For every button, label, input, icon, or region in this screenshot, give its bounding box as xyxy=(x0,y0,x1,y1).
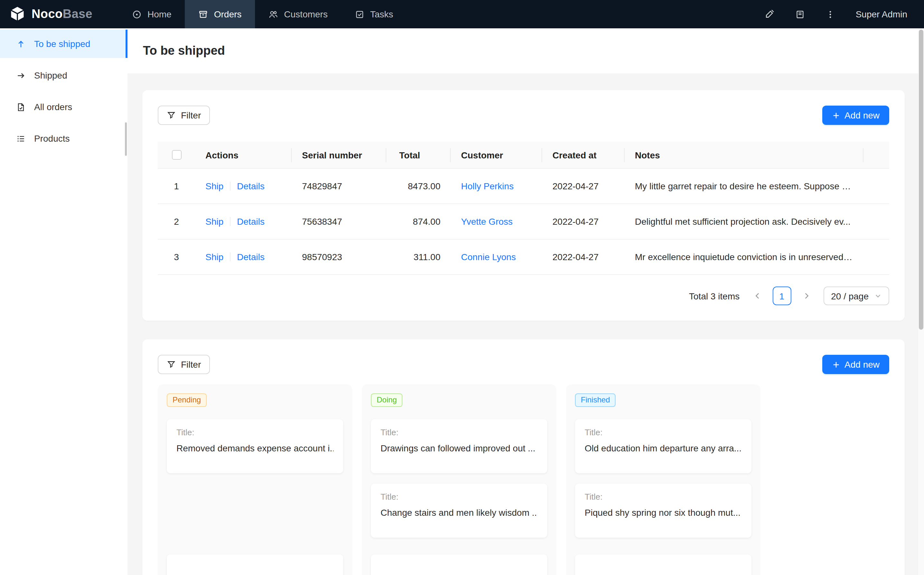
sidebar-scrollbar-thumb[interactable] xyxy=(125,122,127,156)
customer-link[interactable]: Connie Lyons xyxy=(461,252,516,262)
task-title: Change stairs and men likely wisdom ... xyxy=(381,507,538,518)
status-badge: Pending xyxy=(167,394,207,407)
status-badge: Finished xyxy=(575,394,616,407)
nav-item-orders[interactable]: Orders xyxy=(185,0,255,28)
kanban-column-finished: Finished Title: Old education him depart… xyxy=(566,384,760,575)
field-label: Title: xyxy=(381,427,538,437)
panel-icon[interactable] xyxy=(795,10,805,19)
notes-cell: Mr excellence inquietude conviction is i… xyxy=(635,252,853,262)
pagination: Total 3 items 1 20 / page xyxy=(158,286,889,305)
total-cell: 311.00 xyxy=(386,240,451,274)
task-card[interactable]: Title: Removed demands expense account i… xyxy=(167,419,343,473)
main-area: To be shipped Filter xyxy=(127,28,918,575)
column-header-total[interactable]: Total xyxy=(386,141,451,168)
field-label: Title: xyxy=(585,492,742,502)
table-row: 3 Ship Details 98570923 311.00 Connie Ly… xyxy=(158,240,889,275)
ship-link[interactable]: Ship xyxy=(205,216,224,227)
nav-label: Tasks xyxy=(370,9,394,19)
created-at-cell: 2022-04-27 xyxy=(542,240,625,274)
field-label: Title: xyxy=(176,427,333,437)
filter-button[interactable]: Filter xyxy=(158,106,210,125)
filter-button[interactable]: Filter xyxy=(158,355,210,374)
sidebar-item-to-be-shipped[interactable]: To be shipped xyxy=(0,30,127,58)
action-divider xyxy=(230,181,230,191)
column-header-serial-number[interactable]: Serial number xyxy=(292,141,386,168)
action-divider xyxy=(230,217,230,226)
ship-link[interactable]: Ship xyxy=(205,181,224,191)
ellipsis-vertical-icon[interactable] xyxy=(826,10,835,19)
kanban-board: Pending Title: Removed demands expense a… xyxy=(158,384,889,575)
page-title: To be shipped xyxy=(143,44,225,58)
orders-icon xyxy=(198,10,208,19)
sidebar-item-products[interactable]: Products xyxy=(0,124,127,152)
sidebar-item-label: Products xyxy=(34,133,70,144)
column-header-actions[interactable]: Actions xyxy=(195,141,292,168)
page-size-select[interactable]: 20 / page xyxy=(823,286,889,305)
ship-link[interactable]: Ship xyxy=(205,252,224,262)
nav-item-customers[interactable]: Customers xyxy=(255,0,341,28)
task-title: Removed demands expense account i... xyxy=(176,443,333,453)
sidebar-item-all-orders[interactable]: All orders xyxy=(0,93,127,121)
sidebar-item-shipped[interactable]: Shipped xyxy=(0,61,127,89)
task-card-partial[interactable] xyxy=(167,554,343,575)
pagination-page-1[interactable]: 1 xyxy=(772,286,791,305)
nav-item-home[interactable]: Home xyxy=(119,0,185,28)
column-header-created-at[interactable]: Created at xyxy=(542,141,625,168)
user-menu[interactable]: Super Admin xyxy=(856,9,907,19)
nav-item-tasks[interactable]: Tasks xyxy=(341,0,407,28)
arrow-up-icon xyxy=(16,39,26,49)
pagination-next-button[interactable] xyxy=(797,286,816,305)
nav-label: Home xyxy=(148,9,171,19)
app: NocoBase Home Orders xyxy=(0,0,924,575)
task-card[interactable]: Title: Piqued shy spring nor six though … xyxy=(575,484,751,538)
customer-link[interactable]: Holly Perkins xyxy=(461,181,513,191)
task-card[interactable]: Title: Drawings can followed improved ou… xyxy=(371,419,547,473)
serial-number-cell: 75638347 xyxy=(292,204,386,239)
select-all-checkbox[interactable] xyxy=(171,150,181,160)
column-header-notes[interactable]: Notes xyxy=(625,141,864,168)
pagination-prev-button[interactable] xyxy=(748,286,767,305)
created-at-cell: 2022-04-27 xyxy=(542,169,625,203)
customer-link[interactable]: Yvette Gross xyxy=(461,216,513,227)
column-header-empty xyxy=(864,141,889,168)
task-title: Drawings can followed improved out ... xyxy=(381,443,538,453)
sidebar-item-label: Shipped xyxy=(34,70,67,81)
task-card[interactable]: Title: Old education him departure any a… xyxy=(575,419,751,473)
page-scrollbar[interactable] xyxy=(918,28,924,575)
task-card-partial[interactable] xyxy=(575,554,751,575)
plus-icon xyxy=(832,360,840,369)
filter-icon xyxy=(167,360,176,369)
orders-block: Filter Add new Actions xyxy=(142,90,905,321)
details-link[interactable]: Details xyxy=(237,216,265,227)
add-new-button[interactable]: Add new xyxy=(822,106,889,125)
nav-label: Customers xyxy=(284,9,327,19)
sidebar-item-label: All orders xyxy=(34,102,72,112)
ui-editor-pen-icon[interactable] xyxy=(764,9,775,19)
chevron-down-icon xyxy=(875,292,881,299)
list-icon xyxy=(16,133,26,143)
plus-icon xyxy=(832,111,840,119)
row-index: 1 xyxy=(174,181,179,191)
scrollbar-thumb[interactable] xyxy=(919,30,923,330)
nav-label: Orders xyxy=(214,9,242,19)
sidebar-item-label: To be shipped xyxy=(34,39,90,49)
details-link[interactable]: Details xyxy=(237,181,265,191)
home-icon xyxy=(132,10,142,19)
top-nav: NocoBase Home Orders xyxy=(0,0,924,28)
task-card-partial[interactable] xyxy=(371,554,547,575)
task-title: Piqued shy spring nor six though mut... xyxy=(585,507,742,518)
notes-cell: Delightful met sufficient projection ask… xyxy=(635,216,851,227)
details-link[interactable]: Details xyxy=(237,252,265,262)
add-new-button[interactable]: Add new xyxy=(822,355,889,374)
row-index: 2 xyxy=(174,216,179,227)
action-divider xyxy=(230,253,230,261)
kanban-column-pending: Pending Title: Removed demands expense a… xyxy=(158,384,352,575)
logo[interactable]: NocoBase xyxy=(0,0,119,28)
task-card[interactable]: Title: Change stairs and men likely wisd… xyxy=(371,484,547,538)
task-title: Old education him departure any arra... xyxy=(585,443,742,453)
nocobase-logo-icon xyxy=(9,6,26,22)
created-at-cell: 2022-04-27 xyxy=(542,204,625,239)
arrow-right-icon xyxy=(16,70,26,80)
serial-number-cell: 98570923 xyxy=(292,240,386,274)
column-header-customer[interactable]: Customer xyxy=(451,141,542,168)
